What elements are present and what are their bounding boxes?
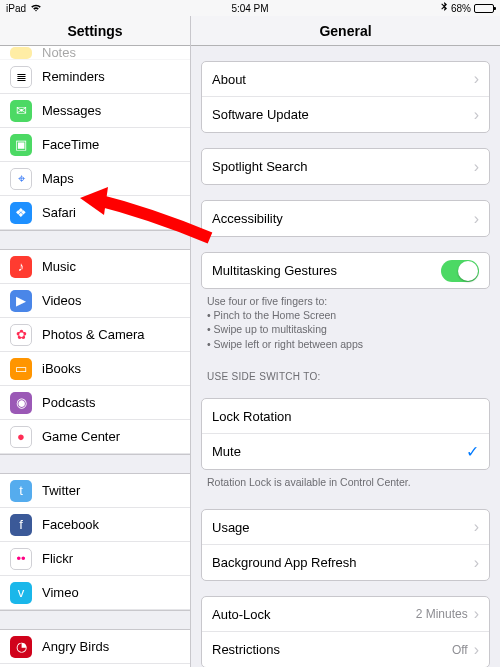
toggle[interactable] [441,260,479,282]
sidebar-item-label: Messages [42,103,180,118]
cell-value: 2 Minutes [416,607,468,621]
cell-background-app-refresh[interactable]: Background App Refresh› [202,545,489,580]
status-bar: iPad 5:04 PM 68% [0,0,500,16]
cell-restrictions[interactable]: RestrictionsOff› [202,632,489,667]
settings-group: Spotlight Search› [201,148,490,185]
cell-value: Off [452,643,468,657]
settings-group: Auto-Lock2 Minutes›RestrictionsOff› [201,596,490,667]
sidebar-item-game-center[interactable]: ●Game Center [0,420,190,454]
sidebar-item-label: Angry Birds [42,639,180,654]
sidebar-item-label: Facebook [42,517,180,532]
cell-mute[interactable]: Mute✓ [202,434,489,469]
videos-icon: ▶ [10,290,32,312]
sidebar-item[interactable]: Notes [0,46,190,60]
cell-auto-lock[interactable]: Auto-Lock2 Minutes› [202,597,489,632]
main-title: General [191,16,500,46]
settings-group: Lock RotationMute✓ [201,398,490,470]
sidebar-item-messages[interactable]: ✉Messages [0,94,190,128]
sidebar-item-safari[interactable]: ❖Safari [0,196,190,230]
sidebar-item-label: Safari [42,205,180,220]
settings-group: Multitasking Gestures [201,252,490,289]
footnote: Rotation Lock is available in Control Ce… [191,470,500,494]
cell-label: Software Update [212,107,474,122]
facebook-icon: f [10,514,32,536]
cell-label: Restrictions [212,642,452,657]
music-icon: ♪ [10,256,32,278]
chevron-right-icon: › [474,642,479,658]
cell-label: Spotlight Search [212,159,474,174]
group-header: USE SIDE SWITCH TO: [191,356,500,389]
check-icon: ✓ [466,442,479,461]
twitter-icon: t [10,480,32,502]
bluetooth-icon [441,2,448,14]
cell-label: Usage [212,520,474,535]
cell-software-update[interactable]: Software Update› [202,97,489,132]
sidebar-item-facetime[interactable]: ▣FaceTime [0,128,190,162]
cell-spotlight-search[interactable]: Spotlight Search› [202,149,489,184]
sidebar-item-label: Music [42,259,180,274]
cell-usage[interactable]: Usage› [202,510,489,545]
sidebar-item-label: Maps [42,171,180,186]
sidebar: Settings Notes≣Reminders✉Messages▣FaceTi… [0,16,191,667]
vimeo-icon: v [10,582,32,604]
status-time: 5:04 PM [0,3,500,14]
reminders-icon: ≣ [10,66,32,88]
sidebar-item-label: Twitter [42,483,180,498]
sidebar-item-maps[interactable]: ⌖Maps [0,162,190,196]
cell-multitasking-gestures[interactable]: Multitasking Gestures [202,253,489,288]
sidebar-item-label: Flickr [42,551,180,566]
sidebar-item-label: Podcasts [42,395,180,410]
sidebar-item-label: Photos & Camera [42,327,180,342]
facetime-icon: ▣ [10,134,32,156]
chevron-right-icon: › [474,519,479,535]
main-pane: General About›Software Update›Spotlight … [191,16,500,667]
sidebar-title: Settings [0,16,190,46]
cell-label: Lock Rotation [212,409,479,424]
battery-icon [474,4,494,13]
sidebar-item-label: Vimeo [42,585,180,600]
cell-accessibility[interactable]: Accessibility› [202,201,489,236]
maps-icon: ⌖ [10,168,32,190]
notes-icon [10,47,32,59]
cell-label: Auto-Lock [212,607,416,622]
podcasts-icon: ◉ [10,392,32,414]
chevron-right-icon: › [474,211,479,227]
sidebar-item-podcasts[interactable]: ◉Podcasts [0,386,190,420]
settings-group: Usage›Background App Refresh› [201,509,490,581]
cell-about[interactable]: About› [202,62,489,97]
chevron-right-icon: › [474,71,479,87]
ibooks-icon: ▭ [10,358,32,380]
messages-icon: ✉ [10,100,32,122]
sidebar-item-angry-birds[interactable]: ◔Angry Birds [0,630,190,664]
photos-camera-icon: ✿ [10,324,32,346]
status-carrier: iPad [6,3,26,14]
sidebar-item-label: FaceTime [42,137,180,152]
sidebar-item-facebook[interactable]: fFacebook [0,508,190,542]
sidebar-item-vimeo[interactable]: vVimeo [0,576,190,610]
sidebar-item-videos[interactable]: ▶Videos [0,284,190,318]
cell-label: Mute [212,444,466,459]
status-battery-pct: 68% [451,3,471,14]
sidebar-item-flickr[interactable]: ••Flickr [0,542,190,576]
sidebar-item-label: Reminders [42,69,180,84]
wifi-icon [30,3,42,14]
sidebar-item-music[interactable]: ♪Music [0,250,190,284]
sidebar-item-twitter[interactable]: tTwitter [0,474,190,508]
sidebar-item-photos-camera[interactable]: ✿Photos & Camera [0,318,190,352]
cell-label: Accessibility [212,211,474,226]
cell-label: Multitasking Gestures [212,263,441,278]
angry-birds-icon: ◔ [10,636,32,658]
sidebar-item-ibooks[interactable]: ▭iBooks [0,352,190,386]
cell-label: About [212,72,474,87]
chevron-right-icon: › [474,159,479,175]
flickr-icon: •• [10,548,32,570]
game-center-icon: ● [10,426,32,448]
footnote: Use four or five fingers to:• Pinch to t… [191,289,500,356]
safari-icon: ❖ [10,202,32,224]
sidebar-item-reminders[interactable]: ≣Reminders [0,60,190,94]
chevron-right-icon: › [474,606,479,622]
settings-group: About›Software Update› [201,61,490,133]
cell-lock-rotation[interactable]: Lock Rotation [202,399,489,434]
sidebar-item-label: Game Center [42,429,180,444]
settings-group: Accessibility› [201,200,490,237]
